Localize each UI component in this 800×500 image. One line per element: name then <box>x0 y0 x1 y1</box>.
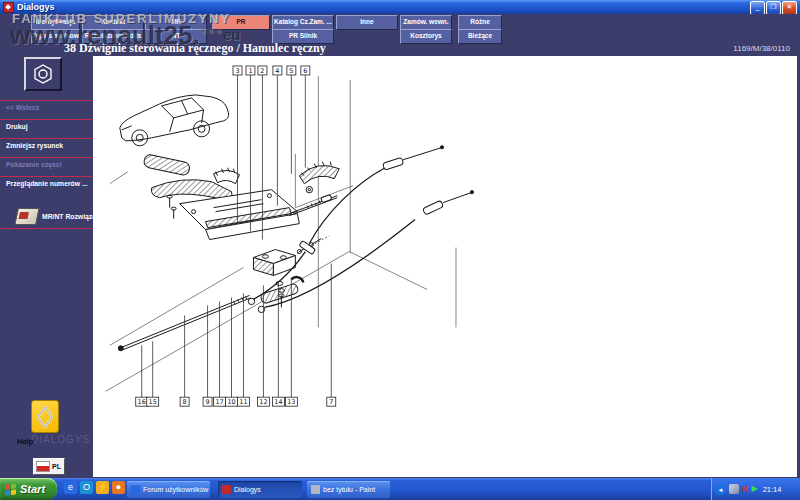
window-title: Dialogys <box>17 2 55 12</box>
parts-hex-button[interactable] <box>24 57 62 91</box>
sidebar-item-drukuj[interactable]: Drukuj <box>0 119 93 138</box>
svg-text:7: 7 <box>329 398 333 406</box>
sidebar-item-przeglądanie-numerów-[interactable]: Przeglądanie numerów ... <box>0 176 93 195</box>
diagram-area: 3124561615891710111214137 <box>93 56 797 477</box>
minimize-button[interactable]: _ <box>750 1 765 15</box>
menu-button-katalog-cz-zam-[interactable]: Katalog Cz.Zam. ... <box>272 15 334 30</box>
ratchet-detail <box>289 162 339 216</box>
page-header: 38 Dźwignie sterowania ręcznego / Hamule… <box>0 40 800 56</box>
svg-text:9: 9 <box>206 398 210 406</box>
poland-flag-icon <box>36 461 50 472</box>
title-bar[interactable]: Dialogys _ ❐ ✕ <box>0 0 800 14</box>
parts-diagram: 3124561615891710111214137 <box>93 56 797 477</box>
restore-button[interactable]: ❐ <box>766 1 781 15</box>
sidebar-item-zmniejsz-rysunek[interactable]: Zmniejsz rysunek <box>0 138 93 157</box>
dialogys-window: Dialogys _ ❐ ✕ IdentyfikacjaTypy stare/n… <box>0 0 800 500</box>
sidebar-item-pokazanie-części: Pokazanie części <box>0 157 93 176</box>
callout-8[interactable]: 8 <box>180 315 189 406</box>
callout-15[interactable]: 15 <box>147 341 159 406</box>
sidebar-item--wstecz: << Wstecz <box>0 100 93 119</box>
callout-17[interactable]: 17 <box>214 301 226 406</box>
system-tray: ◂ K ▶ 21:14 <box>711 478 800 500</box>
handbrake-lever-assembly <box>143 154 299 240</box>
callout-16[interactable]: 16 <box>136 345 148 406</box>
svg-text:11: 11 <box>239 398 247 406</box>
svg-text:10: 10 <box>227 398 235 406</box>
svg-text:13: 13 <box>287 398 295 406</box>
car-illustration <box>120 95 229 146</box>
part-callouts: 3124561615891710111214137 <box>136 66 336 406</box>
svg-text:16: 16 <box>138 398 146 406</box>
callout-11[interactable]: 11 <box>237 293 249 406</box>
renault-logo <box>31 400 59 433</box>
taskbar-task-dialogys[interactable]: Dialogys <box>218 481 302 498</box>
document-icon <box>14 208 40 225</box>
svg-text:15: 15 <box>149 398 157 406</box>
menu-button-pr[interactable]: PR <box>212 15 270 30</box>
taskbar-task-bez-tytułu-paint[interactable]: bez tytułu - Paint <box>307 481 390 498</box>
lightning-icon[interactable]: ⚡ <box>96 481 109 494</box>
svg-text:8: 8 <box>183 398 187 406</box>
player-icon[interactable]: ▶ <box>752 484 758 494</box>
taskbar-task-forum-użytkowników-[interactable]: Forum użytkowników ... <box>127 481 210 498</box>
svg-text:3: 3 <box>235 67 239 75</box>
svg-text:5: 5 <box>289 67 293 75</box>
menu-button-zamów-wewn-[interactable]: Zamów. wewn. <box>400 15 452 30</box>
svg-text:14: 14 <box>274 398 282 406</box>
dialogys-icon <box>222 485 231 494</box>
renault-diamond-icon <box>37 406 53 428</box>
top-menu: IdentyfikacjaTypy stare/noweKontaktRozwi… <box>0 14 800 56</box>
firefox-icon[interactable]: ● <box>112 481 125 494</box>
windows-flag-icon <box>5 483 17 495</box>
app-icon <box>3 2 14 13</box>
svg-text:4: 4 <box>275 67 279 75</box>
task-label: Dialogys <box>234 486 261 493</box>
ie-icon <box>131 485 140 494</box>
language-code: PL <box>52 463 61 470</box>
sidebar-item-mrnt-solutions[interactable]: MR/NT Rozwiązan... <box>0 204 93 229</box>
quick-launch: eO⚡● <box>64 481 125 494</box>
browser-icon[interactable]: O <box>80 481 93 494</box>
svg-text:12: 12 <box>259 398 267 406</box>
svg-text:1: 1 <box>248 67 252 75</box>
svg-text:17: 17 <box>215 398 223 406</box>
menu-button-różne[interactable]: Różne <box>458 15 502 30</box>
device-icon[interactable] <box>729 484 739 494</box>
menu-button-kontakt[interactable]: Kontakt <box>82 15 144 30</box>
callout-7[interactable]: 7 <box>327 264 336 407</box>
perspective-lines <box>106 76 456 391</box>
menu-button-mr[interactable]: MR <box>145 15 207 30</box>
close-button[interactable]: ✕ <box>782 1 797 15</box>
callout-6[interactable]: 6 <box>301 66 310 168</box>
start-label: Start <box>20 483 45 495</box>
hexagon-nut-icon <box>32 63 54 85</box>
clock: 21:14 <box>763 485 782 494</box>
task-label: bez tytułu - Paint <box>323 486 375 493</box>
menu-button-identyfikacja[interactable]: Identyfikacja <box>31 15 80 30</box>
callout-9[interactable]: 9 <box>203 305 212 406</box>
help-link[interactable]: Help <box>17 437 33 446</box>
callout-5[interactable]: 5 <box>287 66 296 174</box>
dialogys-ghost-label: DIALOGYS <box>31 434 90 445</box>
page-title: 38 Dźwignie sterowania ręcznego / Hamule… <box>64 41 326 56</box>
ie-icon[interactable]: e <box>64 481 77 494</box>
paint-icon <box>311 485 320 494</box>
taskbar: Start eO⚡● Forum użytkowników ...Dialogy… <box>0 478 800 500</box>
menu-button-inne[interactable]: Inne <box>336 15 398 30</box>
start-button[interactable]: Start <box>0 478 57 500</box>
kaspersky-icon[interactable]: K <box>742 484 749 494</box>
hide-arrow-icon[interactable]: ◂ <box>715 484 726 495</box>
language-button[interactable]: PL <box>33 458 65 475</box>
callout-4[interactable]: 4 <box>273 66 282 206</box>
task-label: Forum użytkowników ... <box>143 486 210 493</box>
svg-text:6: 6 <box>303 67 307 75</box>
sidebar: << WsteczDrukujZmniejsz rysunekPokazanie… <box>0 56 93 478</box>
callout-10[interactable]: 10 <box>226 297 238 406</box>
svg-text:2: 2 <box>260 67 264 75</box>
figure-reference: 1169/M/38/0110 <box>733 44 790 53</box>
